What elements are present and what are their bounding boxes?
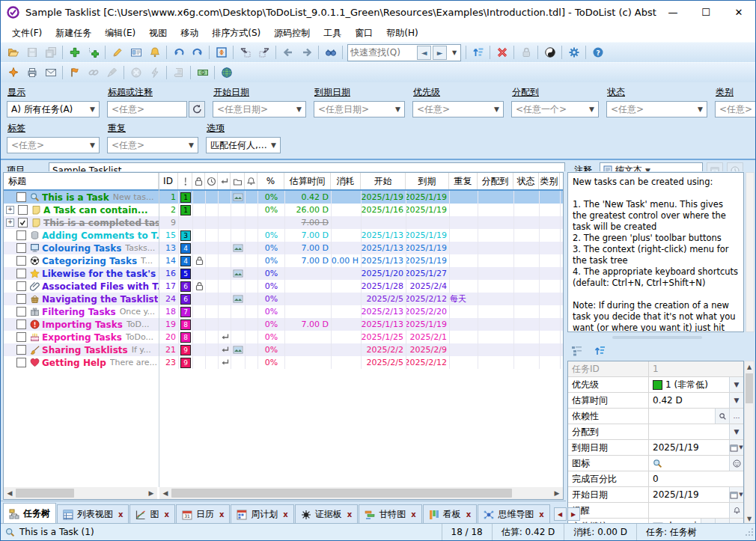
- attr-bell-icon[interactable]: [729, 503, 743, 518]
- task-row-24[interactable]: Navigating the Tasklist2460%2025/2/52025…: [4, 293, 563, 305]
- tab-close-icon[interactable]: x: [466, 510, 471, 519]
- task-row-2[interactable]: +A Task can contain...210%26.00 D2025/1/…: [4, 204, 563, 216]
- column-header-assign[interactable]: 分配到: [478, 173, 513, 189]
- task-checkbox[interactable]: [16, 230, 26, 240]
- attr-search-icon[interactable]: [715, 409, 729, 424]
- back-icon[interactable]: [278, 44, 297, 61]
- column-header-lock[interactable]: [192, 173, 205, 189]
- task-checkbox[interactable]: [16, 345, 26, 355]
- tab-close-icon[interactable]: x: [118, 510, 123, 519]
- minimize-button[interactable]: —: [656, 1, 689, 24]
- column-header-img[interactable]: [231, 173, 245, 189]
- attr-dropdown-icon[interactable]: ▼: [729, 377, 743, 392]
- attr-value[interactable]: [649, 459, 729, 468]
- column-header-bell[interactable]: [245, 173, 257, 189]
- task-comments[interactable]: New tasks can be created using: 1. The '…: [567, 172, 744, 332]
- menu-item-5[interactable]: 移动: [174, 25, 205, 42]
- task-row-19[interactable]: Importing TasksToD...1980%7.00 D2025/1/1…: [4, 318, 563, 331]
- time-money-icon[interactable]: $: [193, 64, 212, 81]
- task-row-18[interactable]: Filtering TasksOnce y...1870%2025/2/1320…: [4, 305, 563, 318]
- attr-calendar-icon[interactable]: ▼: [729, 487, 743, 502]
- maximize-view-icon[interactable]: [212, 44, 231, 61]
- tab-close-icon[interactable]: x: [219, 510, 224, 519]
- redo-icon[interactable]: [188, 44, 207, 61]
- attr-value[interactable]: 1 (非常低): [649, 379, 729, 391]
- quick-find-next-icon[interactable]: ►: [433, 46, 447, 60]
- filter-combo-标签[interactable]: <任意>▼: [7, 137, 100, 153]
- task-checkbox[interactable]: [16, 243, 26, 253]
- task-checkbox[interactable]: [16, 269, 26, 278]
- task-row-14[interactable]: Categorizing TasksT...1440%7.00 D0.00 H2…: [4, 254, 563, 267]
- quick-find-input[interactable]: [348, 46, 417, 59]
- tab-close-icon[interactable]: x: [539, 510, 543, 519]
- attr-value[interactable]: 0: [649, 474, 743, 484]
- task-checkbox[interactable]: [16, 332, 26, 342]
- quick-find-dropdown-icon[interactable]: ▼: [448, 46, 460, 60]
- tab-看板[interactable]: 看板x: [423, 504, 477, 524]
- filter-combo-优先级[interactable]: <任意>▼: [412, 101, 504, 117]
- column-header-due[interactable]: 到期: [406, 173, 449, 189]
- attr-sort-icon[interactable]: [591, 342, 609, 358]
- task-checkbox[interactable]: [16, 358, 26, 367]
- tab-任务树[interactable]: 任务树: [3, 503, 56, 524]
- column-header-id[interactable]: ID: [159, 173, 178, 189]
- tab-close-icon[interactable]: x: [164, 510, 168, 519]
- tab-图[interactable]: 图x: [129, 504, 174, 524]
- menu-item-10[interactable]: 帮助(H): [379, 25, 424, 42]
- maximize-button[interactable]: ☐: [689, 1, 722, 24]
- menu-item-6[interactable]: 排序方式(S): [205, 25, 267, 42]
- attr-smiley-icon[interactable]: [729, 456, 743, 471]
- preferences-icon[interactable]: [564, 44, 583, 61]
- tab-scroll-right-icon[interactable]: ▶: [567, 507, 580, 521]
- filter-refresh-icon[interactable]: [189, 101, 205, 117]
- menu-item-4[interactable]: 视图: [142, 25, 174, 42]
- flag-task-icon[interactable]: [65, 64, 84, 81]
- filter-combo-开始日期[interactable]: <任意日期>▼: [213, 101, 306, 117]
- new-subtask-icon[interactable]: [84, 44, 103, 61]
- tab-周计划[interactable]: 周计划x: [231, 504, 293, 524]
- column-header-start[interactable]: 开始: [361, 173, 406, 189]
- menu-item-7[interactable]: 源码控制: [267, 25, 317, 42]
- column-header-status[interactable]: 状态: [513, 173, 539, 189]
- task-checkbox[interactable]: [16, 192, 26, 202]
- column-header-title[interactable]: 标题: [4, 173, 159, 189]
- print-icon[interactable]: [22, 64, 41, 81]
- open-file-icon[interactable]: [4, 44, 22, 61]
- column-header-est[interactable]: 估算时间: [284, 173, 331, 189]
- tab-close-icon[interactable]: x: [347, 510, 352, 519]
- column-header-recur[interactable]: 重复: [449, 173, 478, 189]
- column-splitter[interactable]: [159, 173, 159, 487]
- task-row-16[interactable]: Likewise for the task's ...1650%2025/1/2…: [4, 267, 563, 280]
- delete-task-icon[interactable]: [493, 44, 511, 61]
- filter-combo-重复[interactable]: <任意>▼: [107, 137, 198, 153]
- column-header-pct[interactable]: %: [257, 173, 284, 189]
- filter-combo-状态[interactable]: <任意>▼: [606, 101, 707, 117]
- task-row-20[interactable]: Exporting TasksToDo...2080%2025/1/252025…: [4, 331, 563, 343]
- task-checkbox[interactable]: [18, 205, 28, 215]
- task-row-1[interactable]: This is a TaskNew tas...110%0.42 D2025/1…: [4, 191, 563, 204]
- expand-icon[interactable]: +: [6, 206, 14, 214]
- expand-icon[interactable]: +: [6, 218, 14, 227]
- menu-item-8[interactable]: 工具: [317, 25, 348, 42]
- resize-grip[interactable]: [745, 528, 754, 537]
- send-email-icon[interactable]: [41, 64, 60, 81]
- filter-combo-标题或注释[interactable]: <任意>: [107, 101, 187, 117]
- attr-dropdown-icon[interactable]: ▼: [729, 424, 743, 439]
- close-button[interactable]: ✕: [722, 1, 755, 24]
- new-task-icon[interactable]: [65, 44, 84, 61]
- column-header-clock[interactable]: [205, 173, 218, 189]
- attr-calendar-icon[interactable]: ▼: [729, 440, 743, 455]
- task-checkbox[interactable]: [18, 218, 28, 227]
- quick-find-prev-icon[interactable]: ◄: [417, 46, 431, 60]
- tab-close-icon[interactable]: x: [283, 510, 287, 519]
- forward-icon[interactable]: [297, 44, 316, 61]
- undo-icon[interactable]: [169, 44, 188, 61]
- attr-spin-icon[interactable]: ▼: [729, 393, 743, 408]
- task-checkbox[interactable]: [16, 256, 26, 266]
- tab-列表视图[interactable]: 列表视图x: [57, 504, 129, 524]
- outdent-task-icon[interactable]: [254, 44, 273, 61]
- tab-思维导图[interactable]: 思维导图x: [478, 504, 549, 524]
- indent-task-icon[interactable]: [236, 44, 254, 61]
- task-row-15[interactable]: Adding Comments to T...1530%7.00 D2025/1…: [4, 229, 563, 242]
- menu-item-9[interactable]: 窗口: [348, 25, 379, 42]
